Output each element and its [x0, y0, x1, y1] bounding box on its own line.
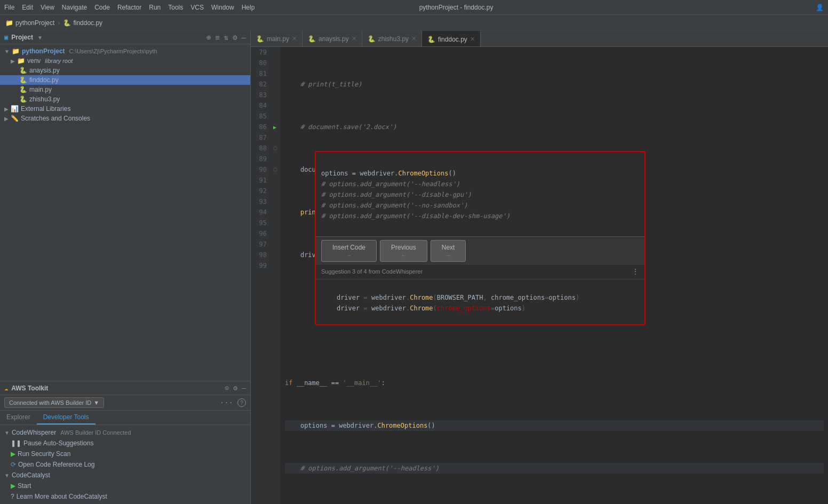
menu-window[interactable]: Window [211, 4, 234, 11]
aws-circle-icon[interactable]: ⊙ [225, 384, 229, 392]
py-file-icon: 🐍 [19, 86, 27, 93]
menu-code[interactable]: Code [94, 4, 110, 11]
expand-chevron-ext: ▶ [4, 106, 9, 112]
py-file-icon: 🐍 [19, 67, 27, 74]
popup-extra-code: driver = webdriver.Chrome(BROWSER_PATH, … [316, 279, 644, 324]
tree-item-project[interactable]: ▼ 📁 pythonProject C:\Users\Zj\PycharmPro… [0, 46, 250, 56]
tab-close-finddoc[interactable]: ✕ [470, 36, 475, 43]
aws-tree-start[interactable]: ▶ Start [0, 481, 250, 491]
aws-tree-code-reference[interactable]: ⟳ Open Code Reference Log [0, 459, 250, 470]
anaysis-file-label: anaysis.py [29, 67, 60, 74]
menu-help[interactable]: Help [242, 4, 255, 11]
gutter-88: ⬡ [272, 143, 281, 154]
line-num-80: 80 [255, 58, 267, 68]
tab-close-main[interactable]: ✕ [292, 35, 297, 42]
aws-minimize-icon[interactable]: — [242, 384, 246, 392]
aws-icon: ☁ [4, 385, 8, 392]
editor-area: 🐍 main.py ✕ 🐍 anaysis.py ✕ 🐍 zhishu3.py … [251, 31, 828, 504]
aws-panel-icons: ⊙ ⚙ — [225, 384, 246, 392]
tab-anaysis-py[interactable]: 🐍 anaysis.py ✕ [302, 31, 362, 46]
codewhisperer-status: AWS Builder ID Connected [60, 429, 131, 436]
aws-tree-codewhisperer[interactable]: ▼ CodeWhisperer AWS Builder ID Connected [0, 427, 250, 438]
menu-vcs[interactable]: VCS [190, 4, 204, 11]
tree-item-external-libs[interactable]: ▶ 📊 External Libraries [0, 104, 250, 114]
line-num-91: 91 [255, 175, 267, 186]
tree-item-main[interactable]: 🐍 main.py [0, 85, 250, 94]
previous-button[interactable]: Previous ← [380, 240, 427, 262]
tab-zhishu3-py[interactable]: 🐍 zhishu3.py ✕ [362, 31, 422, 46]
scratches-label: Scratches and Consoles [21, 115, 90, 122]
codewhisperer-popup: options = webdriver.ChromeOptions() # op… [315, 151, 646, 325]
line-num-96: 96 [255, 228, 267, 239]
checkpoint-icon-90: ⬡ [273, 167, 277, 172]
aws-settings-icon[interactable]: ⚙ [233, 384, 237, 392]
panel-dropdown-icon[interactable]: ▼ [38, 35, 42, 41]
aws-tree-codecatalyst[interactable]: ▼ CodeCatalyst [0, 470, 250, 481]
connected-label: Connected with AWS Builder ID [9, 399, 91, 406]
user-icon[interactable]: 👤 [816, 4, 824, 11]
menu-refactor[interactable]: Refactor [117, 4, 141, 11]
popup-more-icon[interactable]: ⋮ [632, 267, 639, 276]
tree-item-anaysis[interactable]: 🐍 anaysis.py [0, 66, 250, 75]
breadcrumb-project[interactable]: 📁 pythonProject [5, 19, 54, 27]
previous-arrow: ← [401, 252, 406, 258]
menu-bar[interactable]: File Edit View Navigate Code Refactor Ru… [4, 4, 254, 11]
minimize-icon[interactable]: — [242, 33, 246, 42]
connected-with-aws-button[interactable]: Connected with AWS Builder ID ▼ [4, 397, 104, 408]
line-88-content: # options.add_argument('--headless') [285, 463, 439, 474]
line-num-98: 98 [255, 250, 267, 260]
line-num-86: 86 [255, 122, 267, 132]
breadcrumb-file-name[interactable]: finddoc.py [73, 19, 102, 27]
run-security-scan-label: Run Security Scan [18, 450, 70, 458]
tree-item-scratches[interactable]: ▶ ✏️ Scratches and Consoles [0, 114, 250, 123]
aws-more-options-icon[interactable]: ··· [220, 398, 233, 407]
aws-tree-security-scan[interactable]: ▶ Run Security Scan [0, 449, 250, 459]
line-num-83: 83 [255, 90, 267, 100]
sort-icon[interactable]: ⇅ [224, 33, 228, 42]
aws-tree-pause[interactable]: ❚❚ Pause Auto-Suggestions [0, 438, 250, 449]
start-icon: ▶ [11, 482, 15, 490]
locate-icon[interactable]: ⊕ [206, 33, 211, 42]
expand-chevron-scratches: ▶ [4, 116, 9, 122]
menu-tools[interactable]: Tools [168, 4, 183, 11]
menu-navigate[interactable]: Navigate [62, 4, 87, 11]
tab-developer-tools[interactable]: Developer Tools [37, 411, 95, 425]
tab-finddoc-py[interactable]: 🐍 finddoc.py ✕ [422, 31, 481, 46]
gutter-80 [272, 58, 281, 68]
tab-explorer[interactable]: Explorer [0, 411, 37, 425]
settings-icon[interactable]: ⚙ [233, 33, 237, 42]
gutter-90: ⬡ [272, 164, 281, 175]
gutter-91 [272, 175, 281, 186]
aws-tree-learn-more[interactable]: ? Learn More about CodeCatalyst [0, 491, 250, 502]
main-file-label: main.py [29, 86, 52, 93]
ext-lib-icon: 📊 [11, 105, 19, 113]
learn-more-icon: ? [11, 493, 14, 500]
run-security-scan-icon: ▶ [11, 450, 15, 458]
aws-connected-bar: Connected with AWS Builder ID ▼ ··· ? [0, 395, 250, 411]
line-num-84: 84 [255, 100, 267, 111]
tab-main-py[interactable]: 🐍 main.py ✕ [251, 31, 302, 46]
collapse-icon[interactable]: ≡ [215, 33, 219, 42]
next-button[interactable]: Next → [431, 240, 466, 262]
breadcrumb-separator: › [58, 19, 60, 27]
breadcrumb-project-name[interactable]: pythonProject [15, 19, 54, 27]
tree-item-venv[interactable]: ▶ 📁 venv library root [0, 56, 250, 66]
line-num-94: 94 [255, 207, 267, 218]
breadcrumb-file[interactable]: 🐍 finddoc.py [63, 19, 102, 27]
tree-item-zhishu3[interactable]: 🐍 zhishu3.py [0, 94, 250, 104]
expand-chevron-venv: ▶ [11, 58, 15, 64]
project-tree: ▼ 📁 pythonProject C:\Users\Zj\PycharmPro… [0, 44, 250, 381]
menu-edit[interactable]: Edit [22, 4, 33, 11]
aws-help-icon[interactable]: ? [237, 398, 246, 407]
menu-file[interactable]: File [4, 4, 14, 11]
menu-run[interactable]: Run [149, 4, 161, 11]
tab-close-zhishu3[interactable]: ✕ [411, 35, 416, 42]
tree-item-finddoc[interactable]: 🐍 finddoc.py [0, 75, 250, 85]
suggestion-info-label: Suggestion 3 of 4 from CodeWhisperer [321, 268, 423, 275]
menu-view[interactable]: View [41, 4, 54, 11]
line-num-85: 85 [255, 111, 267, 122]
insert-code-button[interactable]: Insert Code → [321, 240, 377, 262]
line-num-92: 92 [255, 186, 267, 196]
tab-close-anaysis[interactable]: ✕ [352, 35, 356, 42]
code-editor[interactable]: 79 80 81 82 83 84 85 86 87 88 89 90 91 9… [251, 47, 828, 504]
